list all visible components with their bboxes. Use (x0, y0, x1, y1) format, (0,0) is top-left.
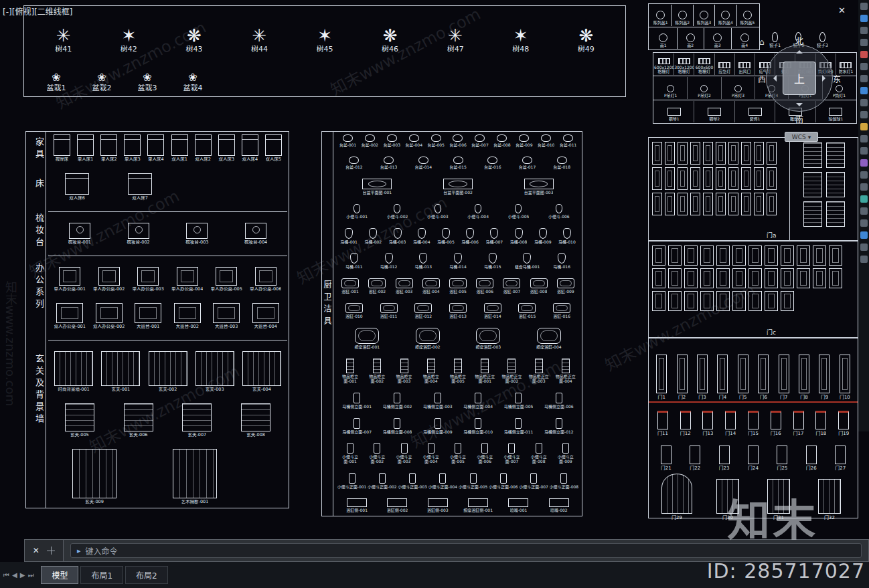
door-block[interactable] (665, 167, 675, 190)
west-arrow-icon[interactable] (770, 75, 777, 82)
toilet-elevation-block[interactable]: 马桶侧立面-005 (498, 393, 538, 409)
ornate-door-block[interactable] (826, 201, 845, 227)
urinal-block[interactable]: 小便斗-006 (539, 204, 579, 219)
door-block[interactable]: 门12 (674, 411, 697, 436)
ornate-door-block[interactable] (826, 142, 845, 168)
door-block[interactable] (767, 142, 777, 165)
toolbar-icon[interactable] (860, 243, 868, 251)
pot-plant-block[interactable]: 盆栽2 (79, 72, 125, 93)
toilet-elevation-block[interactable]: 马桶侧立面-012 (539, 418, 579, 435)
toilet-block[interactable]: 马桶-003 (385, 228, 409, 245)
basin-block[interactable]: 台盆-006 (447, 134, 469, 148)
viewcube-top-face[interactable]: 上 (783, 62, 816, 95)
entryway-block[interactable]: 玄关-004 (238, 351, 285, 392)
entryway-block[interactable]: 玄关-006 (109, 403, 168, 437)
door-block[interactable] (690, 193, 700, 215)
tab-model[interactable]: 模型 (41, 566, 78, 584)
toilet-block[interactable]: 马桶-004 (410, 228, 434, 245)
misc-block[interactable]: 按摩浴缸侧-001 (458, 498, 498, 513)
entryway-block[interactable]: 玄关-008 (226, 403, 285, 437)
toolbar-icon[interactable] (860, 159, 868, 167)
tree-block[interactable]: 树49 (554, 27, 619, 54)
toilet-block[interactable]: 马桶-014 (441, 253, 475, 270)
urinal-block[interactable]: 小便斗-002 (377, 204, 417, 219)
door-block[interactable] (748, 246, 762, 266)
cabinet-block[interactable]: 物品柜正立面-004 (552, 359, 579, 384)
urinal-block[interactable]: 小便斗-004 (458, 204, 498, 219)
door-block[interactable]: 门14 (719, 411, 742, 436)
tree-block[interactable]: 树42 (96, 27, 162, 54)
door-block[interactable] (690, 167, 700, 190)
door-block[interactable] (652, 193, 662, 215)
basin-block[interactable]: 台盆-003 (381, 134, 403, 148)
cabinet-block[interactable]: 物品柜立面-003 (390, 359, 417, 384)
basin-block[interactable]: 台盆-007 (469, 134, 491, 148)
compass-east-label[interactable]: 东 (833, 73, 841, 84)
door-block[interactable]: 门9 (814, 355, 834, 400)
bed-block[interactable]: 单人床3 (121, 134, 144, 162)
entryway-block[interactable]: 时尚背景墙-001 (50, 351, 97, 392)
door-block[interactable] (716, 167, 726, 190)
door-block[interactable] (748, 291, 762, 311)
cabinet-block[interactable]: 物品柜立面-004 (418, 359, 445, 384)
door-block[interactable] (716, 268, 730, 288)
painting-block[interactable]: 画4 (731, 28, 759, 50)
door-block[interactable] (652, 268, 665, 288)
bathtub-block[interactable]: 浴缸-011 (372, 303, 406, 319)
door-block[interactable]: 门4 (712, 355, 732, 400)
basin-block[interactable]: 台盆-015 (441, 157, 475, 170)
bathtub-block[interactable]: 浴缸-010 (337, 303, 372, 319)
tree-block[interactable]: 树45 (292, 27, 358, 54)
urinal-block[interactable]: 小便斗-005 (498, 204, 538, 219)
bathtub-block[interactable]: 浴缸-006 (471, 278, 498, 294)
toilet-elevation-block[interactable]: 马桶侧立面-006 (539, 393, 579, 409)
tab-nav-button[interactable]: ◀ (12, 571, 17, 579)
door-block[interactable] (829, 268, 842, 288)
toilet-block[interactable]: 马桶-001 (337, 228, 361, 245)
door-block[interactable] (703, 167, 713, 190)
light-block[interactable]: 应急灯 (714, 54, 734, 75)
door-block[interactable]: 门15 (742, 411, 765, 436)
door-block[interactable]: 门27 (826, 446, 855, 471)
door-block[interactable] (716, 291, 730, 311)
decor-block[interactable]: 钢琴2 (694, 101, 734, 122)
door-block[interactable] (716, 193, 726, 215)
pot-plant-block[interactable]: 盆栽3 (125, 72, 170, 93)
north-arrow-icon[interactable] (796, 47, 803, 54)
display-block[interactable]: 陈列品3 (693, 5, 714, 26)
toilet-block[interactable]: 马桶-016 (544, 253, 579, 270)
urinal-elevation-block[interactable]: 小便斗正面-007 (519, 473, 549, 490)
tab-nav-button[interactable]: ⏭ (27, 571, 33, 579)
basin-block[interactable]: 台盆-013 (372, 157, 406, 170)
urinal-elevation-block[interactable]: 小便斗立面-002 (364, 443, 390, 464)
dresser-block[interactable]: 梳妆台-001 (50, 223, 109, 245)
door-block[interactable] (797, 268, 810, 288)
door-block[interactable] (741, 193, 751, 215)
massage-tub-block[interactable]: 按摩浴缸-004 (519, 328, 580, 350)
door-block[interactable]: 门18 (809, 411, 832, 436)
door-block[interactable] (748, 268, 762, 288)
bed-block[interactable]: 双人床6 (50, 173, 104, 201)
desk-block[interactable]: 大班台-004 (246, 303, 286, 329)
toilet-elevation-block[interactable]: 马桶侧立面-008 (377, 418, 417, 435)
door-block[interactable]: 门25 (768, 446, 797, 471)
cabinet-block[interactable]: 物品柜正立面-003 (526, 359, 552, 384)
toilet-block[interactable]: 马桶-015 (475, 253, 510, 270)
door-block[interactable] (767, 167, 777, 190)
tree-block[interactable]: 树47 (422, 27, 488, 54)
ornate-door-block[interactable] (803, 172, 822, 197)
urinal-elevation-block[interactable]: 小便斗立面-008 (526, 443, 552, 464)
door-block[interactable] (652, 142, 662, 165)
toilet-elevation-block[interactable]: 马桶侧立面-002 (377, 393, 417, 409)
cabinet-block[interactable]: 物品柜立面-002 (364, 359, 390, 384)
display-block[interactable]: 陈列品4 (714, 5, 736, 26)
bed-block[interactable]: 双人床4 (238, 134, 262, 162)
toilet-block[interactable]: 马桶-005 (434, 228, 458, 245)
misc-block[interactable]: 浴缸侧-003 (418, 498, 458, 513)
light-block[interactable]: P吊灯3 (721, 77, 755, 98)
tree-block[interactable]: 树46 (358, 27, 423, 54)
bed-block[interactable]: 单人床2 (97, 134, 121, 162)
door-block[interactable] (813, 268, 826, 288)
door-block[interactable]: 门24 (738, 446, 767, 471)
door-block[interactable]: 门1 (651, 355, 672, 400)
